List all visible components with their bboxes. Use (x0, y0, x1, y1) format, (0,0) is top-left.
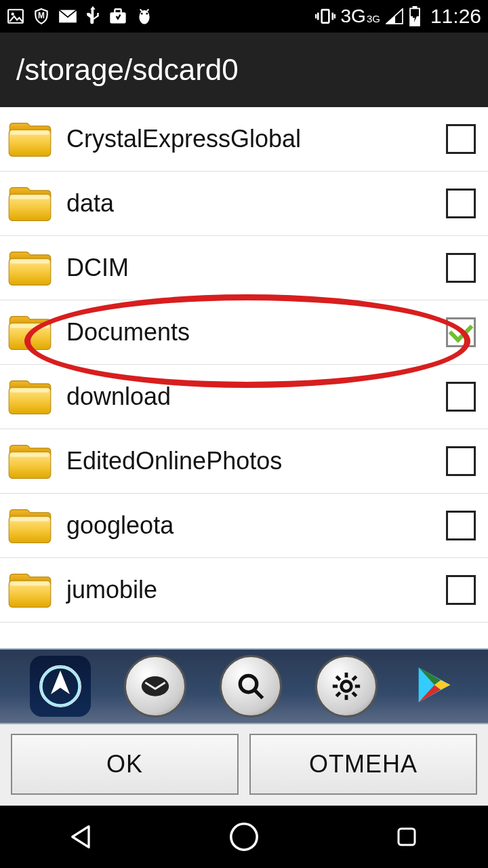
ad-search-icon[interactable] (220, 655, 282, 717)
folder-name: CrystalExpressGlobal (66, 125, 446, 153)
svg-point-7 (141, 13, 143, 15)
folder-row[interactable]: EditedOnlinePhotos (0, 429, 488, 494)
folder-name: DCIM (66, 254, 446, 282)
network-3g-icon: 3G3G (341, 5, 380, 27)
svg-point-49 (231, 824, 257, 850)
folder-icon (7, 377, 53, 416)
image-icon (7, 7, 24, 25)
navigation-bar (0, 806, 488, 868)
usb-icon (85, 6, 100, 26)
network-label: 3G (341, 5, 366, 27)
folder-row[interactable]: DCIM (0, 236, 488, 300)
folder-icon (7, 441, 53, 481)
svg-point-1 (12, 13, 14, 16)
folder-row[interactable]: Documents (0, 300, 488, 365)
svg-point-6 (139, 10, 149, 24)
status-bar: M 3G3G 11:26 (0, 0, 488, 33)
svg-rect-20 (10, 131, 49, 134)
svg-rect-11 (321, 9, 329, 22)
vibrate-icon (315, 7, 336, 25)
briefcase-icon (108, 7, 127, 25)
svg-rect-32 (10, 517, 49, 521)
svg-rect-26 (10, 324, 49, 328)
svg-point-40 (341, 682, 351, 692)
ad-gear-icon[interactable] (315, 655, 378, 717)
folder-checkbox[interactable] (446, 253, 476, 283)
folder-checkbox[interactable] (446, 124, 476, 154)
svg-line-9 (140, 9, 143, 12)
folder-icon (7, 506, 53, 545)
folder-row[interactable]: data (0, 172, 488, 236)
folder-list: CrystalExpressGlobal data DCIM (0, 107, 488, 648)
svg-rect-24 (10, 260, 49, 263)
signal-icon (386, 8, 403, 24)
folder-name: download (66, 382, 446, 411)
folder-icon (7, 248, 53, 288)
shield-icon: M (33, 7, 50, 25)
folder-checkbox[interactable] (446, 317, 476, 347)
path-header: /storage/sdcard0 (0, 33, 488, 107)
clock: 11:26 (430, 5, 481, 28)
svg-line-48 (352, 676, 357, 680)
folder-row[interactable]: jumobile (0, 558, 488, 623)
button-bar: OK ОТМЕНА (0, 724, 488, 806)
battery-charging-icon (409, 6, 421, 26)
folder-checkbox[interactable] (446, 189, 476, 218)
svg-rect-22 (10, 195, 49, 199)
svg-point-37 (142, 676, 169, 696)
svg-line-47 (336, 692, 340, 696)
recent-apps-button[interactable] (388, 818, 425, 855)
ok-button[interactable]: OK (11, 734, 239, 795)
folder-icon (7, 313, 53, 352)
back-button[interactable] (63, 818, 100, 855)
folder-checkbox[interactable] (446, 575, 476, 605)
folder-name: EditedOnlinePhotos (66, 447, 446, 475)
svg-line-46 (352, 692, 357, 696)
folder-checkbox[interactable] (446, 382, 476, 412)
cancel-button[interactable]: ОТМЕНА (249, 734, 477, 795)
home-button[interactable] (226, 818, 262, 855)
ad-play-store-icon[interactable] (411, 661, 458, 711)
folder-name: jumobile (66, 576, 446, 604)
folder-icon (7, 570, 53, 610)
folder-name: googleota (66, 511, 446, 540)
android-debug-icon (136, 7, 153, 26)
svg-line-45 (336, 676, 340, 680)
network-sup: 3G (367, 13, 380, 24)
svg-text:M: M (38, 11, 45, 20)
current-path: /storage/sdcard0 (16, 53, 239, 87)
svg-rect-5 (115, 9, 121, 14)
folder-checkbox[interactable] (446, 511, 476, 540)
folder-row[interactable]: googleota (0, 494, 488, 558)
svg-point-8 (146, 13, 148, 15)
svg-rect-34 (10, 582, 49, 585)
ad-mail-icon[interactable] (124, 655, 186, 717)
svg-rect-50 (399, 829, 415, 845)
svg-line-39 (254, 690, 262, 698)
ad-banner[interactable] (0, 648, 488, 724)
folder-row[interactable]: CrystalExpressGlobal (0, 107, 488, 172)
ad-app-icon[interactable] (30, 656, 91, 717)
mail-icon (58, 9, 77, 24)
folder-icon (7, 119, 53, 159)
folder-icon (7, 184, 53, 223)
folder-name: data (66, 189, 446, 218)
svg-line-10 (146, 9, 149, 12)
svg-rect-30 (10, 453, 49, 456)
svg-rect-28 (10, 389, 49, 392)
folder-checkbox[interactable] (446, 446, 476, 476)
folder-name: Documents (66, 318, 446, 347)
svg-point-38 (240, 675, 257, 692)
svg-rect-17 (412, 6, 417, 8)
folder-row[interactable]: download (0, 365, 488, 429)
